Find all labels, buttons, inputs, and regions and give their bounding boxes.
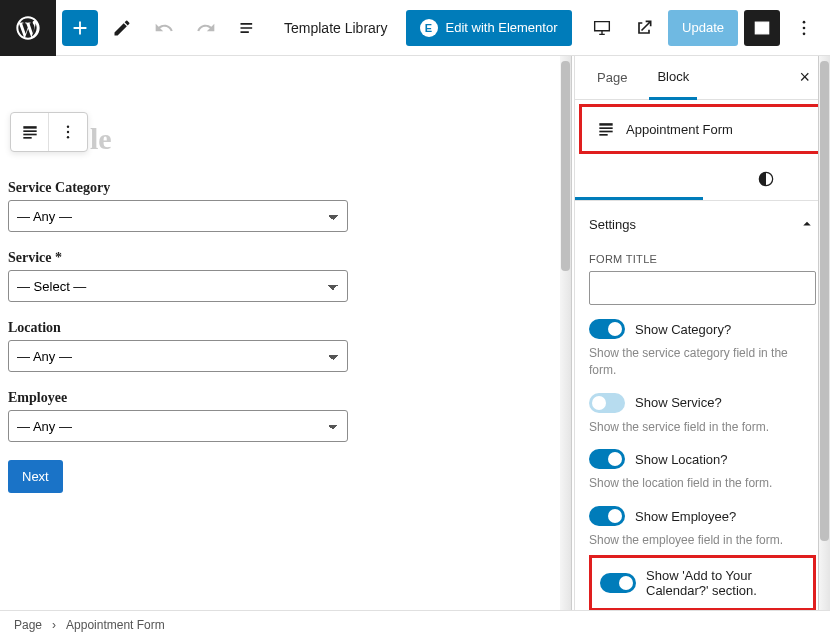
toggle-show-category[interactable] xyxy=(589,319,625,339)
select-location[interactable]: — Any — xyxy=(8,340,348,372)
gear-icon xyxy=(629,168,649,188)
toggle-show-calendar[interactable] xyxy=(600,573,636,593)
wordpress-logo[interactable] xyxy=(0,0,56,56)
more-options-button[interactable] xyxy=(786,10,822,46)
tab-page[interactable]: Page xyxy=(589,56,635,100)
settings-panel: Settings Form Title Show Category? Show … xyxy=(575,201,830,610)
add-block-button[interactable] xyxy=(62,10,98,46)
svg-point-3 xyxy=(803,26,806,29)
toggle-show-employee[interactable] xyxy=(589,506,625,526)
select-service[interactable]: — Select — xyxy=(8,270,348,302)
block-sub-tabs xyxy=(575,158,830,201)
sidebar-tabs: Page Block × xyxy=(575,56,830,100)
field-location: Location — Any — xyxy=(8,320,566,372)
toggle-row-service: Show Service? xyxy=(589,393,816,413)
svg-rect-6 xyxy=(23,130,36,132)
svg-rect-15 xyxy=(599,134,607,136)
form-title-label: Form Title xyxy=(589,253,816,265)
elementor-icon: E xyxy=(420,19,438,37)
form-title-input[interactable] xyxy=(589,271,816,305)
toggle-row-location: Show Location? xyxy=(589,449,816,469)
block-type-icon[interactable] xyxy=(11,113,49,151)
svg-rect-8 xyxy=(23,137,31,139)
svg-rect-5 xyxy=(23,126,36,129)
settings-sidebar: Page Block × Appointment Form Settings F… xyxy=(574,56,830,610)
svg-point-2 xyxy=(803,20,806,23)
svg-point-4 xyxy=(803,32,806,35)
next-button[interactable]: Next xyxy=(8,460,63,493)
template-library-label[interactable]: Template Library xyxy=(272,20,400,36)
svg-point-10 xyxy=(67,131,69,133)
select-employee[interactable]: — Any — xyxy=(8,410,348,442)
editor-canvas[interactable]: le Service Category — Any — Service * — … xyxy=(0,56,574,610)
label-location: Location xyxy=(8,320,566,336)
toggle-row-employee: Show Employee? xyxy=(589,506,816,526)
title-placeholder: le xyxy=(90,122,112,156)
breadcrumb-footer: Page › Appointment Form xyxy=(0,610,830,638)
contrast-icon xyxy=(756,169,776,189)
close-sidebar-button[interactable]: × xyxy=(793,61,816,94)
update-button: Update xyxy=(668,10,738,46)
toggle-row-calendar-highlighted: Show 'Add to Your Calendar?' section. xyxy=(589,555,816,610)
block-toolbar xyxy=(10,112,88,152)
document-overview-button[interactable] xyxy=(230,10,266,46)
toggle-show-service[interactable] xyxy=(589,393,625,413)
breadcrumb-separator: › xyxy=(52,618,56,632)
breadcrumb-page[interactable]: Page xyxy=(14,618,42,632)
field-employee: Employee — Any — xyxy=(8,390,566,442)
svg-point-11 xyxy=(67,136,69,138)
undo-button[interactable] xyxy=(146,10,182,46)
breadcrumb-current[interactable]: Appointment Form xyxy=(66,618,165,632)
edit-tools-button[interactable] xyxy=(104,10,140,46)
settings-sidebar-toggle[interactable] xyxy=(744,10,780,46)
toggle-row-category: Show Category? xyxy=(589,319,816,339)
block-name-header: Appointment Form xyxy=(579,104,826,154)
svg-rect-14 xyxy=(599,131,612,133)
top-toolbar: Template Library E Edit with Elementor U… xyxy=(0,0,830,56)
label-employee: Employee xyxy=(8,390,566,406)
tab-block[interactable]: Block xyxy=(649,56,697,100)
select-service-category[interactable]: — Any — xyxy=(8,200,348,232)
external-link-button[interactable] xyxy=(626,10,662,46)
preview-desktop-button[interactable] xyxy=(584,10,620,46)
svg-rect-12 xyxy=(599,123,612,126)
appointment-form-block: Service Category — Any — Service * — Sel… xyxy=(8,116,566,493)
svg-rect-0 xyxy=(755,22,768,34)
svg-point-9 xyxy=(67,126,69,128)
redo-button[interactable] xyxy=(188,10,224,46)
chevron-up-icon xyxy=(798,215,816,233)
svg-rect-7 xyxy=(23,134,36,136)
sub-tab-styles[interactable] xyxy=(703,158,831,200)
label-service-category: Service Category xyxy=(8,180,566,196)
svg-rect-13 xyxy=(599,127,612,129)
toggle-row-calendar: Show 'Add to Your Calendar?' section. xyxy=(600,568,805,598)
block-more-button[interactable] xyxy=(49,113,87,151)
field-service: Service * — Select — xyxy=(8,250,566,302)
page-scrollbar[interactable] xyxy=(818,56,830,610)
label-service: Service * xyxy=(8,250,566,266)
toggle-show-location[interactable] xyxy=(589,449,625,469)
settings-section-header[interactable]: Settings xyxy=(589,215,816,243)
edit-with-elementor-button[interactable]: E Edit with Elementor xyxy=(406,10,572,46)
canvas-scrollbar[interactable] xyxy=(560,56,572,610)
field-service-category: Service Category — Any — xyxy=(8,180,566,232)
sub-tab-settings[interactable] xyxy=(575,158,703,200)
calendar-icon xyxy=(596,119,616,139)
